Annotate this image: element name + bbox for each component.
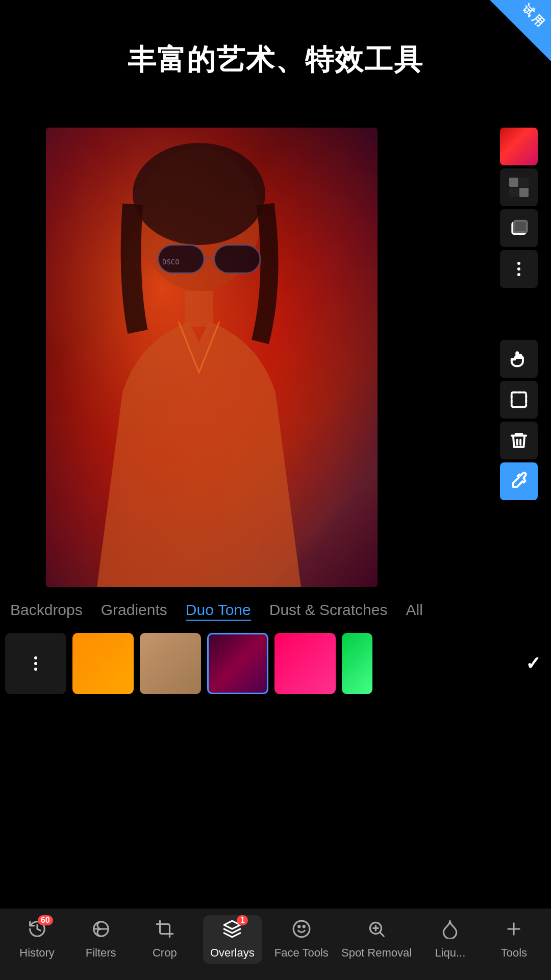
move-tool-button[interactable]	[500, 340, 538, 378]
tools-icon	[504, 919, 523, 943]
more-options-button[interactable]	[500, 250, 538, 288]
swatch-checkmark: ✓	[525, 653, 541, 674]
svg-rect-8	[514, 221, 527, 232]
more-icon	[517, 262, 520, 276]
nav-tools[interactable]: Tools	[488, 919, 539, 960]
category-all[interactable]: All	[406, 599, 422, 621]
toolbar-gap	[500, 291, 541, 299]
nav-filters[interactable]: Filters	[76, 919, 127, 960]
nav-overlays[interactable]: 1 Overlays	[203, 915, 262, 964]
layers-button[interactable]	[500, 209, 538, 247]
swatch-hot-pink[interactable]	[274, 633, 336, 694]
swatch-tan[interactable]	[140, 633, 201, 694]
nav-crop[interactable]: Crop	[139, 919, 190, 960]
facetools-icon	[292, 919, 311, 943]
nav-facetools[interactable]: Face Tools	[274, 919, 329, 960]
svg-rect-9	[512, 393, 527, 407]
category-backdrops[interactable]: Backdrops	[10, 599, 83, 621]
nav-facetools-label: Face Tools	[274, 946, 329, 960]
layers-icon	[509, 218, 529, 238]
svg-point-11	[293, 921, 310, 937]
checker-button[interactable]	[500, 168, 538, 206]
eyedropper-button[interactable]	[500, 462, 538, 500]
svg-text:DSCO: DSCO	[162, 258, 180, 266]
selection-icon	[509, 390, 529, 409]
delete-icon	[509, 431, 529, 450]
nav-filters-label: Filters	[86, 946, 116, 960]
nav-liquify[interactable]: Liqu...	[424, 919, 475, 960]
nav-crop-label: Crop	[153, 946, 177, 960]
svg-point-13	[303, 925, 305, 927]
crop-icon	[155, 919, 174, 943]
history-badge: 60	[38, 915, 53, 925]
nav-overlays-label: Overlays	[210, 946, 255, 960]
category-dust[interactable]: Dust & Scratches	[269, 599, 388, 621]
color-swatch-button[interactable]	[500, 128, 538, 165]
bottom-nav: 60 History Filters Crop	[0, 909, 551, 980]
right-toolbar	[500, 128, 541, 503]
overlays-icon: 1	[222, 919, 242, 943]
person-silhouette: DSCO	[46, 128, 378, 587]
filters-icon	[91, 919, 111, 943]
selection-tool-button[interactable]	[500, 381, 538, 419]
category-duotone[interactable]: Duo Tone	[186, 599, 251, 621]
svg-point-12	[298, 925, 300, 927]
nav-history-label: History	[19, 946, 54, 960]
eyedropper-icon	[509, 472, 529, 491]
swatch-orange[interactable]	[72, 633, 134, 694]
swatch-options[interactable]	[5, 633, 66, 694]
delete-button[interactable]	[500, 422, 538, 459]
nav-spotremoval-label: Spot Removal	[341, 946, 412, 960]
hand-icon	[509, 349, 529, 369]
categories-bar: Backdrops Gradients Duo Tone Dust & Scra…	[0, 592, 551, 628]
nav-spotremoval[interactable]: Spot Removal	[341, 919, 412, 960]
spotremoval-icon	[367, 919, 386, 943]
svg-rect-3	[214, 245, 260, 273]
svg-point-1	[133, 143, 265, 245]
liquify-icon	[440, 919, 460, 943]
swatches-row: ✓	[0, 628, 551, 699]
overlays-badge: 1	[237, 915, 248, 925]
image-canvas[interactable]: DSCO	[46, 128, 378, 587]
image-bg: DSCO	[46, 128, 378, 587]
checker-icon	[509, 178, 529, 197]
nav-history[interactable]: 60 History	[12, 919, 63, 960]
svg-rect-6	[185, 291, 213, 327]
nav-liquify-label: Liqu...	[435, 946, 465, 960]
corner-badge-text: 试 用	[519, 2, 547, 30]
history-icon: 60	[28, 919, 47, 943]
swatch-dots-icon	[34, 656, 37, 671]
page-title: 丰富的艺术、特效工具	[0, 41, 551, 80]
nav-tools-label: Tools	[501, 946, 527, 960]
swatch-green[interactable]	[342, 633, 372, 694]
category-gradients[interactable]: Gradients	[101, 599, 167, 621]
swatch-dark-red[interactable]	[207, 633, 268, 694]
